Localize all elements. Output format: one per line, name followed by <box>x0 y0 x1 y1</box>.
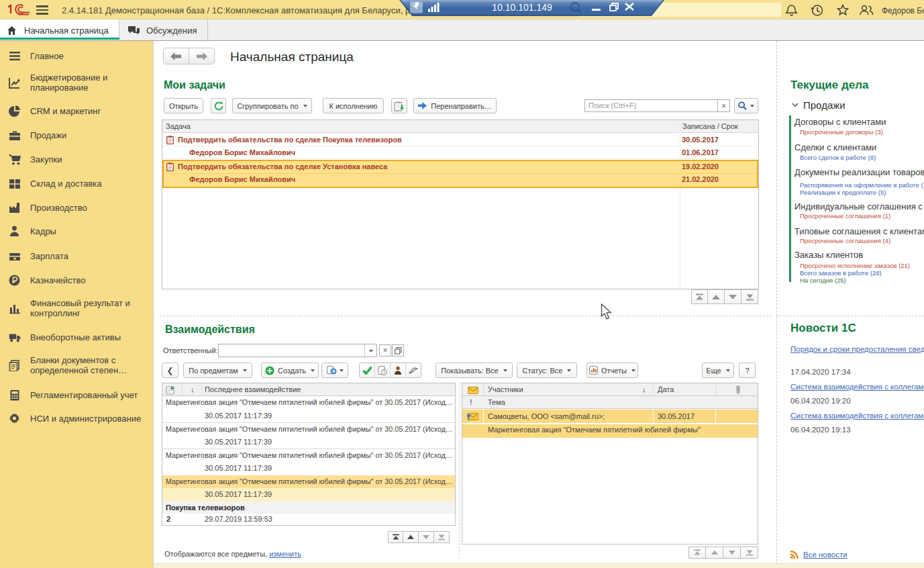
svg-text:10.10.101.149: 10.10.101.149 <box>492 2 552 13</box>
